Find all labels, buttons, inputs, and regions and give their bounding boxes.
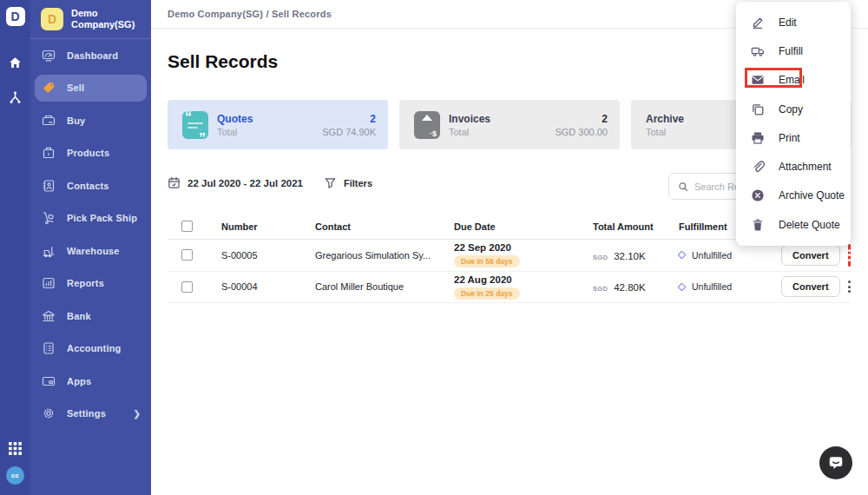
sidebar-item-apps[interactable]: Apps: [30, 365, 151, 398]
sidebar-item-accounting[interactable]: Accounting: [30, 333, 151, 366]
company-switcher[interactable]: D Demo Company(SG): [30, 0, 151, 39]
sidebar-item-dashboard[interactable]: Dashboard: [30, 39, 151, 72]
sidebar: D Demo Company(SG) Dashboard Sell Buy: [30, 0, 151, 495]
warehouse-icon: [42, 244, 56, 258]
sidebar-item-label: Settings: [67, 408, 106, 419]
menu-item-attachment[interactable]: Attachment: [736, 152, 851, 181]
menu-item-print[interactable]: Print: [736, 123, 851, 152]
contacts-icon: [42, 179, 56, 193]
company-avatar: D: [41, 8, 63, 30]
quotes-icon: [182, 111, 208, 139]
sidebar-item-reports[interactable]: Reports: [30, 267, 151, 300]
select-all-checkbox[interactable]: [181, 221, 193, 232]
unfulfilled-diamond-icon: [678, 282, 687, 291]
sidebar-item-products[interactable]: Products: [30, 137, 151, 170]
col-number[interactable]: Number: [221, 221, 315, 232]
sidebar-item-label: Accounting: [67, 343, 122, 353]
app-grid-icon[interactable]: [8, 441, 23, 456]
col-total-amount[interactable]: Total Amount: [593, 221, 679, 232]
sidebar-item-sell[interactable]: Sell: [35, 75, 147, 102]
copy-icon: [751, 102, 765, 116]
buy-icon: [42, 114, 56, 128]
sidebar-item-label: Buy: [67, 116, 85, 126]
row-actions-kebab-icon[interactable]: [848, 275, 851, 298]
sidebar-item-settings[interactable]: Settings ❯: [30, 398, 151, 431]
menu-item-label: Print: [779, 132, 800, 144]
menu-item-email[interactable]: Email: [736, 66, 851, 95]
row-actions-kebab-icon[interactable]: [848, 244, 851, 267]
menu-item-copy[interactable]: Copy: [736, 95, 851, 123]
row-checkbox[interactable]: [181, 281, 193, 293]
menu-item-label: Attachment: [779, 161, 832, 173]
paperclip-icon: [751, 160, 765, 174]
sidebar-item-warehouse[interactable]: Warehouse: [30, 234, 151, 267]
org-tree-icon[interactable]: [8, 90, 23, 105]
sidebar-item-label: Reports: [67, 278, 104, 288]
card-subtitle: Total: [217, 127, 253, 137]
due-badge: Due In 56 days: [454, 255, 520, 267]
sidebar-item-bank[interactable]: Bank: [30, 300, 151, 333]
sidebar-item-label: Sell: [67, 82, 84, 93]
sidebar-item-pick-pack-ship[interactable]: Pick Pack Ship: [30, 202, 151, 235]
menu-item-edit[interactable]: Edit: [736, 8, 851, 36]
sidebar-item-label: Bank: [67, 311, 91, 321]
convert-button[interactable]: Convert: [781, 276, 840, 297]
dashboard-icon: [42, 49, 56, 63]
currency-code: SGD: [593, 285, 608, 293]
menu-item-delete-quote[interactable]: Delete Quote: [736, 210, 851, 239]
sidebar-item-label: Warehouse: [67, 246, 120, 256]
record-number[interactable]: S-00004: [221, 281, 315, 292]
app-logo[interactable]: D: [6, 7, 25, 26]
fulfillment-status: Unfulfilled: [692, 250, 732, 261]
invoices-card[interactable]: Invoices Total 2 SGD 300.00: [399, 100, 620, 149]
sidebar-item-label: Products: [67, 148, 109, 158]
company-name: Demo Company(SG): [71, 8, 141, 30]
reports-icon: [42, 276, 56, 290]
products-icon: [42, 146, 56, 160]
convert-button[interactable]: Convert: [781, 245, 840, 266]
sell-tag-icon: [42, 81, 56, 95]
row-context-menu: Edit Fulfill Email Copy Print: [736, 2, 851, 246]
card-subtitle: Total: [646, 127, 684, 137]
card-title: Invoices: [449, 113, 490, 125]
pick-pack-ship-icon: [42, 211, 56, 225]
filter-funnel-icon: [324, 176, 337, 189]
filters-button[interactable]: Filters: [344, 178, 372, 188]
col-contact[interactable]: Contact: [315, 221, 454, 232]
chevron-right-icon: ❯: [133, 409, 141, 419]
menu-item-archive-quote[interactable]: Archive Quote: [736, 182, 851, 210]
home-icon[interactable]: [8, 55, 23, 69]
table-row[interactable]: S-00004 Carol Miller Boutique 22 Aug 202…: [168, 272, 851, 304]
sidebar-item-buy[interactable]: Buy: [30, 104, 151, 137]
menu-item-fulfill[interactable]: Fulfill: [736, 36, 851, 65]
settings-icon: [42, 406, 56, 420]
sidebar-item-label: Apps: [67, 376, 91, 386]
edit-icon: [751, 16, 765, 30]
sidebar-item-label: Contacts: [67, 181, 109, 191]
filter-toolbar: 22 Jul 2020 - 22 Jul 2021 Filters: [168, 176, 372, 189]
date-range-picker[interactable]: 22 Jul 2020 - 22 Jul 2021: [187, 178, 303, 188]
menu-item-label: Archive Quote: [779, 189, 845, 201]
card-amount: SGD 74.90K: [322, 127, 376, 137]
user-avatar[interactable]: cc: [6, 466, 24, 485]
quotes-card[interactable]: Quotes Total 2 SGD 74.90K: [168, 100, 388, 149]
chat-support-button[interactable]: [819, 446, 852, 479]
col-due-date[interactable]: Due Date: [454, 221, 593, 232]
total-amount: 42.80K: [614, 282, 645, 293]
record-contact: Gregarious Simulation Sy...: [315, 250, 454, 261]
sidebar-item-contacts[interactable]: Contacts: [30, 169, 151, 202]
row-checkbox[interactable]: [181, 249, 193, 261]
tutorial-highlight-ring: [745, 68, 802, 88]
menu-item-label: Edit: [779, 16, 797, 29]
sidebar-item-label: Dashboard: [67, 50, 118, 61]
record-number[interactable]: S-00005: [221, 250, 315, 261]
calendar-icon: [168, 176, 181, 189]
breadcrumb: Demo Company(SG) / Sell Records: [168, 9, 332, 19]
menu-item-label: Fulfill: [779, 45, 803, 57]
card-amount: SGD 300.00: [555, 127, 608, 137]
menu-item-label: Delete Quote: [779, 219, 840, 231]
archive-circle-icon: [751, 188, 765, 202]
page-title: Sell Records: [168, 51, 278, 72]
fulfillment-status: Unfulfilled: [692, 281, 732, 292]
trash-icon: [751, 218, 765, 232]
